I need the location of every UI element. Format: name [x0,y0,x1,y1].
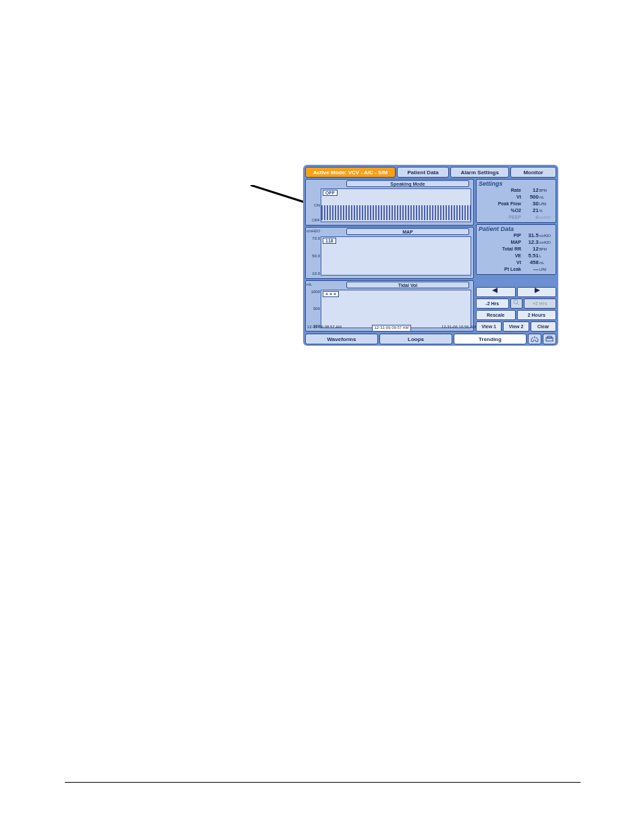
settings-panel: Settings Rate12BPM Vt500mL Peak Flow30LP… [476,179,556,223]
value-box-tidal: + + + [323,291,339,297]
svg-marker-2 [535,288,540,293]
y-ticks-speaking: . ON OFF [308,188,320,222]
graph-body-map: 118 [321,236,471,275]
graph-speaking-mode[interactable]: Speaking Mode . ON OFF OFF [305,179,474,226]
tab-patient-data[interactable]: Patient Data [397,167,449,178]
scroll-right-button[interactable] [517,287,557,297]
y-ticks-map: 70.0 50.0 10.0 [308,236,320,275]
tab-active-mode[interactable]: Active Mode: VCV - A/C - S/M [305,167,396,178]
tab-alarm-settings[interactable]: Alarm Settings [450,167,509,178]
graph-tidal-vol[interactable]: mL Tidal Vol 1000 500 100 + + + [305,280,474,332]
settings-row-vt: Vt500mL [479,194,554,201]
top-tab-bar: Active Mode: VCV - A/C - S/M Patient Dat… [305,167,556,178]
ventilator-screen: Active Mode: VCV - A/C - S/M Patient Dat… [303,165,558,346]
time-shift-row: -2 Hrs +2 Hrs [476,298,556,309]
magnifier-icon [513,299,520,306]
settings-row-rate: Rate12BPM [479,187,554,194]
page-divider [65,782,581,783]
time-right: 12-31-06 10:56 AM [441,325,476,332]
tab-trending[interactable]: Trending [454,334,527,344]
tab-waveforms[interactable]: Waveforms [305,334,378,344]
graph-body-tidal: + + + [321,290,471,328]
patient-data-panel: Patient Data PIP31.5cmH2O MAP12.3cmH2O T… [476,224,556,275]
settings-row-peakflow: Peak Flow30LPM [479,201,554,207]
graph-title-map: MAP [346,228,469,235]
print-icon-button[interactable] [543,334,556,344]
pd-row-pip: PIP31.5cmH2O [479,232,554,239]
speaking-mode-trace [321,205,471,220]
view1-button[interactable]: View 1 [476,321,502,332]
rescale-button[interactable]: Rescale [476,310,516,320]
scroll-left-button[interactable] [476,287,516,297]
clear-button[interactable]: Clear [531,321,556,332]
pd-row-ve: VE5.51L [479,253,554,259]
svg-line-4 [517,303,519,305]
value-box-speaking: OFF [323,190,338,196]
plus-2hrs-button[interactable]: +2 Hrs [524,298,557,309]
settings-title: Settings [479,180,554,187]
time-axis: 12-31-06 08:57 AM 12-31-06 09:57 AM 12-3… [307,325,476,332]
bottom-tab-bar: Waveforms Loops Trending [305,334,556,344]
svg-marker-1 [492,288,498,293]
lung-icon-button[interactable] [528,334,541,344]
settings-row-o2: %O221% [479,207,554,214]
pd-row-ptleak: Pt Leak---LPM [479,266,554,273]
pd-row-map: MAP12.3cmH2O [479,239,554,246]
value-box-map: 118 [323,238,336,244]
graph-body-speaking: OFF [321,188,471,222]
y-ticks-tidal: 1000 500 100 [308,290,320,328]
zoom-button[interactable] [510,298,522,309]
graph-map[interactable]: cmH2O MAP 70.0 50.0 10.0 118 [305,227,474,278]
pd-row-vt: Vt458mL [479,259,554,266]
printer-icon [545,336,554,342]
nav-arrows-row [476,287,556,297]
right-column: Settings Rate12BPM Vt500mL Peak Flow30LP… [476,179,556,332]
y-unit-map: cmH2O [306,229,320,233]
triangle-left-icon [492,288,499,293]
time-mid: 12-31-06 09:57 AM [372,325,410,332]
patient-data-title: Patient Data [479,226,554,232]
rescale-row: Rescale 2 Hours [476,310,556,320]
minus-2hrs-button[interactable]: -2 Hrs [476,298,509,309]
tab-monitor[interactable]: Monitor [510,167,556,178]
tab-loops[interactable]: Loops [379,334,452,344]
trend-graph-area: Speaking Mode . ON OFF OFF cmH2O MAP 70.… [305,179,474,332]
time-left: 12-31-06 08:57 AM [307,325,342,332]
settings-row-peep: PEEP0cmH2O [479,214,554,221]
two-hours-button[interactable]: 2 Hours [517,310,557,320]
view2-button[interactable]: View 2 [503,321,529,332]
lung-icon [530,336,539,342]
triangle-right-icon [533,288,540,293]
graph-title-speaking: Speaking Mode [346,180,469,187]
y-unit-tidal: mL [306,282,312,286]
view-row: View 1 View 2 Clear [476,321,556,332]
graph-title-tidal: Tidal Vol [346,282,469,288]
pd-row-totalrr: Total RR12BPM [479,246,554,253]
